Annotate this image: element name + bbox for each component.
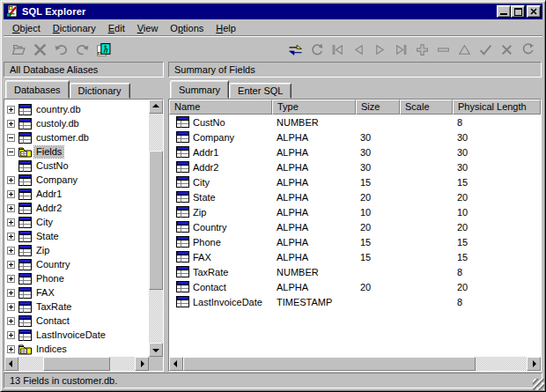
toolbar-rollback-button[interactable]	[306, 40, 327, 59]
tree-node-company[interactable]: Company	[4, 173, 149, 187]
column-header-scale[interactable]: Scale	[400, 100, 453, 115]
tree-node-country[interactable]: Country	[4, 257, 149, 271]
column-header-physical-length[interactable]: Physical Length	[453, 100, 541, 115]
column-header-type[interactable]: Type	[272, 100, 356, 115]
toolbar-refresh-button[interactable]	[517, 40, 538, 59]
resize-grip[interactable]	[533, 379, 544, 390]
scroll-thumb[interactable]	[43, 357, 110, 371]
field-row-taxrate[interactable]: TaxRate NUMBER 8	[169, 264, 541, 279]
scroll-left-button[interactable]	[4, 357, 18, 371]
scroll-thumb[interactable]	[149, 151, 163, 290]
tree-expand-toggle[interactable]	[4, 328, 18, 342]
tree-node-addr2[interactable]: Addr2	[4, 201, 149, 215]
toolbar-edit-record-button[interactable]	[454, 40, 475, 59]
field-row-contact[interactable]: Contact ALPHA 20 20	[169, 279, 541, 294]
tree-expand-toggle[interactable]	[4, 257, 18, 271]
tree-expand-toggle[interactable]	[4, 314, 18, 328]
tree-expand-toggle[interactable]	[4, 229, 18, 243]
tree-expand-toggle[interactable]	[4, 300, 18, 314]
toolbar-undo-button[interactable]	[50, 40, 71, 59]
toolbar-prior-button[interactable]	[348, 40, 369, 59]
tree-expand-toggle[interactable]	[4, 130, 18, 144]
tree-expand-toggle[interactable]	[4, 243, 18, 257]
toolbar-delete-button[interactable]	[29, 40, 50, 59]
field-row-company[interactable]: Company ALPHA 30 30	[169, 129, 541, 144]
tree-expand-toggle[interactable]	[4, 159, 18, 173]
scroll-up-button[interactable]	[149, 100, 163, 114]
tree-node-custno[interactable]: CustNo	[4, 159, 149, 173]
tree-expand-toggle[interactable]	[4, 144, 18, 159]
minimize-button[interactable]	[497, 5, 511, 18]
scroll-right-button[interactable]	[527, 357, 541, 371]
scroll-track[interactable]	[18, 357, 43, 371]
toolbar-insert-button[interactable]	[411, 40, 432, 59]
field-row-addr1[interactable]: Addr1 ALPHA 30 30	[169, 144, 541, 159]
tree-expand-toggle[interactable]	[4, 173, 18, 187]
tab-dictionary[interactable]: Dictionary	[70, 83, 130, 99]
tree-expand-toggle[interactable]	[4, 342, 18, 356]
toolbar-first-button[interactable]	[327, 40, 348, 59]
tree-node-customer-db[interactable]: customer.db	[4, 130, 149, 144]
scroll-thumb[interactable]	[183, 357, 476, 371]
toolbar-last-button[interactable]	[390, 40, 411, 59]
column-header-size[interactable]: Size	[356, 100, 400, 115]
tree-node-fax[interactable]: FAX	[4, 285, 149, 300]
tree-node-custoly-db[interactable]: custoly.db	[4, 116, 149, 130]
tree-expand-toggle[interactable]	[4, 187, 18, 201]
scroll-down-button[interactable]	[149, 343, 163, 357]
tree-node-zip[interactable]: Zip	[4, 243, 149, 257]
field-row-fax[interactable]: FAX ALPHA 15 15	[169, 249, 541, 264]
toolbar-commit-button[interactable]	[284, 40, 306, 59]
tree-expand-toggle[interactable]	[4, 102, 18, 116]
tab-enter-sql[interactable]: Enter SQL	[229, 83, 291, 99]
field-row-city[interactable]: City ALPHA 15 15	[169, 174, 541, 189]
toolbar-enter-sql-button[interactable]	[92, 40, 114, 59]
menu-item-dictionary[interactable]: Dictionary	[47, 21, 102, 35]
scroll-right-button[interactable]	[135, 357, 149, 371]
scroll-track[interactable]	[476, 357, 527, 371]
title-bar[interactable]: SQL Explorer	[4, 4, 542, 19]
tree-expand-toggle[interactable]	[4, 271, 18, 285]
tree-node-contact[interactable]: Contact	[4, 314, 149, 328]
scroll-left-button[interactable]	[169, 357, 183, 371]
tree-expand-toggle[interactable]	[4, 201, 18, 215]
scroll-track[interactable]	[149, 290, 163, 343]
field-row-addr2[interactable]: Addr2 ALPHA 30 30	[169, 159, 541, 174]
tree-node-indices[interactable]: Indices	[4, 342, 149, 356]
toolbar-next-button[interactable]	[369, 40, 390, 59]
toolbar-redo-button[interactable]	[71, 40, 92, 59]
tree-expand-toggle[interactable]	[4, 285, 18, 300]
menu-item-edit[interactable]: Edit	[102, 21, 131, 35]
field-row-custno[interactable]: CustNo NUMBER 8	[169, 115, 541, 129]
tree-node-fields[interactable]: Fields	[4, 144, 149, 159]
menu-item-object[interactable]: Object	[6, 21, 47, 35]
tree-node-city[interactable]: City	[4, 215, 149, 229]
tree-node-phone[interactable]: Phone	[4, 271, 149, 285]
toolbar-delete-record-button[interactable]	[432, 40, 454, 59]
toolbar-cancel-button[interactable]	[496, 40, 517, 59]
field-row-country[interactable]: Country ALPHA 20 20	[169, 219, 541, 234]
tree-node-state[interactable]: State	[4, 229, 149, 243]
tree-vertical-scrollbar[interactable]	[149, 100, 163, 357]
tree-horizontal-scrollbar[interactable]	[4, 357, 149, 371]
menu-item-view[interactable]: View	[131, 21, 165, 35]
tree-node-country-db[interactable]: country.db	[4, 102, 149, 116]
grid-horizontal-scrollbar[interactable]	[169, 357, 541, 371]
scroll-track[interactable]	[110, 357, 135, 371]
column-header-name[interactable]: Name	[169, 100, 272, 115]
field-row-lastinvoicedate[interactable]: LastInvoiceDate TIMESTAMP 8	[169, 294, 541, 309]
tab-databases[interactable]: Databases	[5, 80, 70, 99]
toolbar-post-button[interactable]	[475, 40, 496, 59]
tree-expand-toggle[interactable]	[4, 116, 18, 130]
field-row-state[interactable]: State ALPHA 20 20	[169, 189, 541, 204]
menu-item-options[interactable]: Options	[164, 21, 210, 35]
toolbar-open-button[interactable]	[8, 40, 29, 59]
tab-summary[interactable]: Summary	[170, 80, 229, 99]
maximize-button[interactable]	[511, 5, 525, 18]
menu-item-help[interactable]: Help	[210, 21, 242, 35]
field-row-phone[interactable]: Phone ALPHA 15 15	[169, 234, 541, 249]
scroll-track[interactable]	[149, 114, 163, 151]
tree-expand-toggle[interactable]	[4, 215, 18, 229]
tree-node-taxrate[interactable]: TaxRate	[4, 300, 149, 314]
tree-node-lastinvoicedate[interactable]: LastInvoiceDate	[4, 328, 149, 342]
